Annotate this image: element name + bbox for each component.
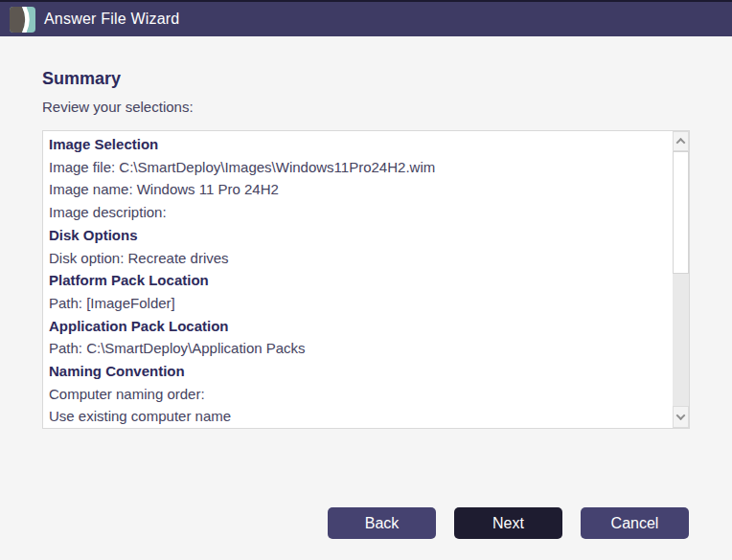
next-button[interactable]: Next bbox=[454, 507, 562, 539]
list-item: Disk option: Recreate drives bbox=[49, 247, 669, 270]
list-item: Use existing computer name bbox=[49, 405, 669, 428]
list-item: Image file: C:\SmartDeploy\Images\Window… bbox=[49, 156, 669, 179]
page-subtitle: Review your selections: bbox=[42, 99, 194, 115]
title-bar: Answer File Wizard bbox=[0, 0, 732, 36]
answer-file-wizard-window: Answer File Wizard Summary Review your s… bbox=[0, 0, 732, 560]
list-item: Naming Convention bbox=[49, 360, 669, 383]
chevron-up-icon bbox=[676, 138, 686, 147]
list-item: Path: C:\SmartDeploy\Application Packs bbox=[49, 337, 669, 360]
list-item: Platform Pack Location bbox=[49, 269, 669, 292]
list-item: Image description: bbox=[49, 201, 669, 224]
summary-listbox[interactable]: Image Selection Image file: C:\SmartDepl… bbox=[42, 130, 690, 429]
list-item: Computer naming order: bbox=[49, 383, 669, 406]
scrollbar-track[interactable] bbox=[673, 151, 689, 406]
scroll-down-button[interactable] bbox=[673, 406, 689, 428]
back-button[interactable]: Back bbox=[328, 507, 436, 539]
page-title: Summary bbox=[42, 69, 121, 89]
summary-lines: Image Selection Image file: C:\SmartDepl… bbox=[43, 131, 673, 428]
scroll-up-button[interactable] bbox=[673, 131, 689, 151]
vertical-scrollbar[interactable] bbox=[673, 131, 689, 428]
smartdeploy-logo-icon bbox=[10, 7, 35, 33]
list-item: Application Pack Location bbox=[49, 315, 669, 338]
cancel-button[interactable]: Cancel bbox=[581, 507, 689, 539]
list-item: Disk Options bbox=[49, 224, 669, 247]
list-item: Image Selection bbox=[49, 133, 669, 156]
scrollbar-thumb[interactable] bbox=[673, 151, 689, 274]
chevron-down-icon bbox=[676, 411, 686, 420]
window-title: Answer File Wizard bbox=[44, 11, 179, 28]
button-row: Back Next Cancel bbox=[328, 507, 689, 539]
list-item: Image name: Windows 11 Pro 24H2 bbox=[49, 178, 669, 201]
list-item: Path: [ImageFolder] bbox=[49, 292, 669, 315]
